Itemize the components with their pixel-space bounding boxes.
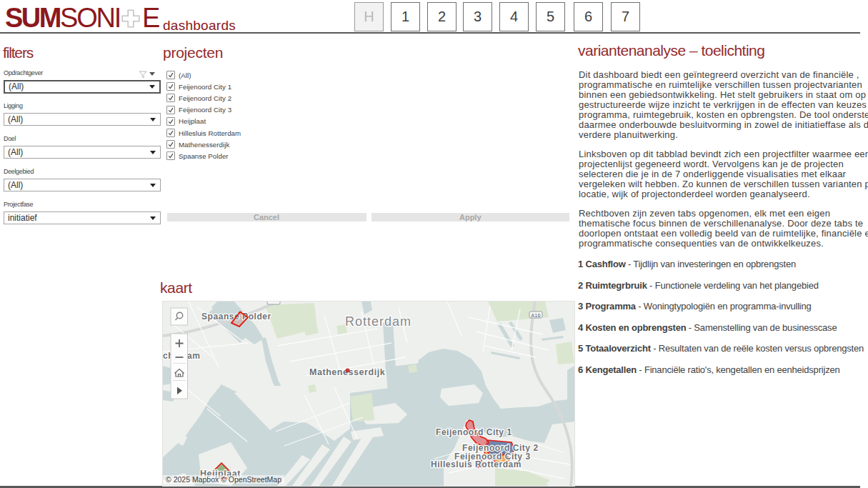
svg-text:Feijenoord City 1: Feijenoord City 1	[436, 427, 512, 437]
svg-text:Hillesluis Rotterdam: Hillesluis Rotterdam	[431, 459, 522, 469]
svg-text:A16: A16	[531, 312, 540, 319]
svg-text:Rotterdam: Rotterdam	[345, 314, 411, 329]
